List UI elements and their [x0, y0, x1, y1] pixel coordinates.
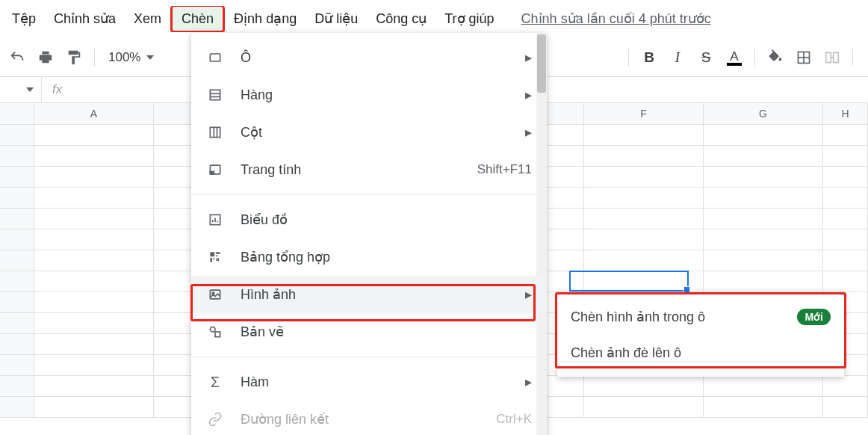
- submenu-arrow-icon: ▸: [525, 286, 532, 303]
- sheet-icon: [205, 162, 226, 177]
- svg-rect-5: [210, 54, 220, 61]
- toolbar-separator: [852, 49, 853, 67]
- toolbar-separator: [94, 49, 95, 67]
- menu-insert-function[interactable]: Σ Hàm ▸: [191, 363, 547, 401]
- menu-format[interactable]: Định dạng: [225, 6, 306, 31]
- menu-insert-drawing[interactable]: Bản vẽ: [191, 313, 547, 351]
- svg-rect-6: [210, 90, 220, 99]
- name-box[interactable]: [0, 77, 42, 102]
- menu-view[interactable]: Xem: [125, 7, 170, 31]
- rows-icon: [205, 87, 226, 102]
- svg-rect-22: [214, 258, 215, 260]
- submenu-label: Chèn hình ảnh trong ô: [571, 309, 705, 325]
- cell-icon: [205, 50, 226, 65]
- menu-insert-column[interactable]: Cột ▸: [191, 114, 547, 151]
- menu-help[interactable]: Trợ giúp: [435, 6, 503, 31]
- menu-file[interactable]: Tệp: [3, 6, 45, 31]
- menu-data[interactable]: Dữ liệu: [306, 6, 367, 31]
- paint-format-button[interactable]: [61, 45, 87, 70]
- fx-label: fx: [42, 82, 72, 97]
- print-button[interactable]: [33, 45, 58, 70]
- sigma-icon: Σ: [205, 374, 226, 391]
- svg-rect-9: [210, 127, 220, 137]
- borders-button[interactable]: [791, 45, 816, 70]
- undo-button[interactable]: [4, 45, 30, 70]
- submenu-label: Chèn ảnh đè lên ô: [571, 345, 681, 361]
- shortcut-label: Shift+F11: [477, 162, 532, 177]
- bold-button[interactable]: B: [636, 45, 662, 70]
- menu-separator: [191, 357, 547, 357]
- col-header[interactable]: A: [34, 103, 154, 124]
- insert-dropdown: Ô ▸ Hàng ▸ Cột ▸ Trang tính Shift+F11 Bi…: [191, 33, 547, 435]
- menu-insert-cell[interactable]: Ô ▸: [191, 39, 547, 76]
- submenu-arrow-icon: ▸: [525, 87, 532, 103]
- zoom-select[interactable]: 100%: [102, 50, 160, 65]
- strikethrough-button[interactable]: S: [693, 45, 719, 70]
- chevron-down-icon: [26, 87, 34, 92]
- zoom-value: 100%: [108, 50, 140, 65]
- svg-rect-19: [216, 252, 220, 254]
- svg-rect-18: [210, 252, 214, 256]
- submenu-insert-image-over-cells[interactable]: Chèn ảnh đè lên ô: [557, 335, 844, 371]
- fill-color-button[interactable]: [763, 45, 788, 70]
- svg-rect-26: [215, 332, 220, 337]
- submenu-arrow-icon: ▸: [525, 124, 532, 141]
- drawing-icon: [205, 324, 226, 339]
- svg-rect-13: [210, 172, 214, 174]
- col-header[interactable]: H: [823, 103, 868, 124]
- svg-point-25: [210, 327, 215, 332]
- text-color-button[interactable]: A: [722, 45, 747, 70]
- toolbar-separator: [628, 49, 629, 67]
- shortcut-label: Ctrl+K: [496, 412, 532, 427]
- menu-tools[interactable]: Công cụ: [367, 6, 435, 31]
- menu-insert[interactable]: Chèn: [173, 7, 223, 31]
- submenu-insert-image-in-cell[interactable]: Chèn hình ảnh trong ô Mới: [557, 299, 844, 335]
- chevron-down-icon: [146, 55, 154, 60]
- columns-icon: [205, 125, 226, 140]
- col-header[interactable]: G: [704, 103, 823, 124]
- svg-rect-21: [210, 258, 212, 262]
- col-header[interactable]: F: [584, 103, 704, 124]
- svg-rect-3: [826, 52, 831, 62]
- svg-rect-4: [834, 52, 839, 62]
- menu-insert-sheet[interactable]: Trang tính Shift+F11: [191, 151, 547, 188]
- submenu-arrow-icon: ▸: [525, 374, 532, 390]
- toolbar-separator: [754, 49, 755, 67]
- menu-insert-chart[interactable]: Biểu đồ: [191, 201, 547, 238]
- menu-edit[interactable]: Chỉnh sửa: [45, 6, 125, 31]
- pivot-icon: [205, 250, 226, 265]
- merge-cells-button[interactable]: [819, 45, 845, 70]
- select-all-corner[interactable]: [0, 103, 34, 124]
- chart-icon: [205, 212, 226, 227]
- menu-insert-link[interactable]: Đường liên kết Ctrl+K: [191, 401, 547, 435]
- link-icon: [205, 412, 226, 427]
- selected-cell[interactable]: [569, 271, 689, 291]
- image-submenu: Chèn hình ảnh trong ô Mới Chèn ảnh đè lê…: [557, 293, 844, 377]
- menu-separator: [191, 194, 547, 195]
- image-icon: [205, 287, 226, 302]
- menu-insert-image[interactable]: Hình ảnh ▸: [191, 276, 547, 313]
- menu-insert-row[interactable]: Hàng ▸: [191, 76, 547, 114]
- svg-rect-20: [216, 256, 218, 257]
- highlight-insert: Chèn: [170, 6, 225, 32]
- menu-insert-pivot[interactable]: Bảng tổng hợp: [191, 238, 547, 276]
- submenu-arrow-icon: ▸: [525, 49, 532, 66]
- last-edit-link[interactable]: Chỉnh sửa lần cuối 4 phút trước: [521, 10, 711, 27]
- new-badge: Mới: [797, 309, 831, 325]
- italic-button[interactable]: I: [665, 45, 690, 70]
